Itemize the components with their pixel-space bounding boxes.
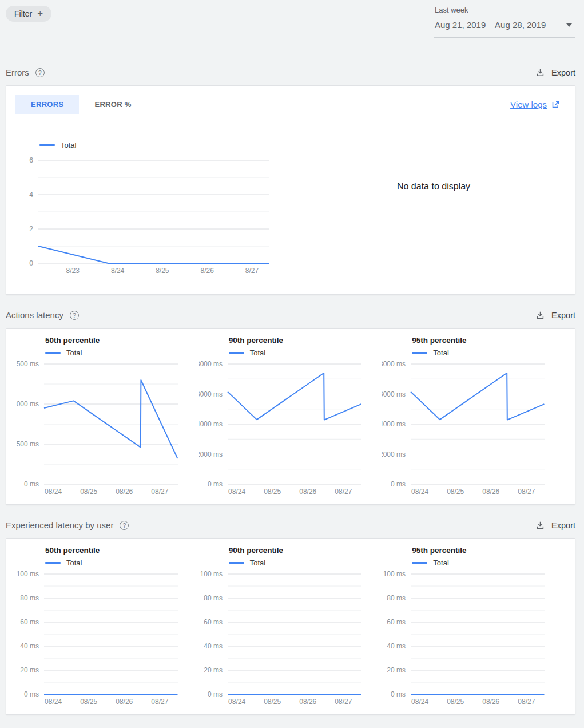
export-label: Export (551, 521, 575, 530)
top-bar: Filter + Last week Aug 21, 2019 – Aug 28… (6, 6, 575, 38)
chart-title: 95th percentile (412, 336, 566, 345)
svg-text:08/26: 08/26 (483, 698, 500, 706)
export-label: Export (551, 68, 575, 77)
plus-icon: + (37, 10, 43, 18)
legend-line-icon (39, 144, 55, 146)
svg-text:08/25: 08/25 (447, 698, 464, 706)
svg-text:08/26: 08/26 (116, 488, 133, 496)
actions-latency-chart-grid: 50th percentile Total 0 ms500 ms1000 ms1… (6, 329, 575, 504)
svg-text:08/26: 08/26 (299, 488, 316, 496)
svg-text:4000 ms: 4000 ms (382, 420, 406, 428)
errors-chart-block: Total 02468/238/248/258/268/27 (15, 114, 301, 285)
legend-label: Total (61, 141, 76, 149)
svg-text:100 ms: 100 ms (383, 570, 406, 578)
actions-latency-card: 50th percentile Total 0 ms500 ms1000 ms1… (6, 328, 575, 505)
actions-latency-title: Actions latency (6, 310, 63, 320)
svg-text:0: 0 (29, 259, 33, 267)
line-chart: 0 ms20 ms40 ms60 ms80 ms100 ms08/2408/25… (382, 568, 563, 709)
svg-text:1000 ms: 1000 ms (15, 400, 39, 408)
download-icon (535, 310, 545, 320)
chart-legend: Total (412, 349, 566, 357)
date-range-select[interactable]: Aug 21, 2019 – Aug 28, 2019 (434, 14, 575, 38)
svg-text:80 ms: 80 ms (204, 594, 223, 602)
svg-text:0 ms: 0 ms (391, 480, 406, 488)
experienced-latency-chart-grid: 50th percentile Total 0 ms20 ms40 ms60 m… (6, 539, 575, 714)
svg-text:08/25: 08/25 (80, 488, 97, 496)
svg-text:8/27: 8/27 (245, 267, 259, 275)
external-link-icon (551, 100, 560, 109)
svg-text:60 ms: 60 ms (387, 618, 406, 626)
actions-latency-p90-chart: 90th percentile Total 0 ms2000 ms4000 ms… (199, 336, 383, 501)
line-chart: 0 ms2000 ms4000 ms6000 ms8000 ms08/2408/… (199, 358, 380, 499)
chart-title: 95th percentile (412, 546, 566, 555)
svg-text:8000 ms: 8000 ms (382, 360, 406, 368)
errors-tabs-row: ERRORS ERROR % View logs (15, 95, 566, 114)
date-range-value: Aug 21, 2019 – Aug 28, 2019 (435, 20, 546, 30)
svg-text:6000 ms: 6000 ms (382, 390, 406, 398)
line-chart: 0 ms500 ms1000 ms1500 ms08/2408/2508/260… (15, 358, 196, 499)
svg-text:6000 ms: 6000 ms (199, 390, 223, 398)
svg-text:40 ms: 40 ms (387, 642, 406, 650)
svg-text:8/23: 8/23 (66, 267, 80, 275)
svg-text:2000 ms: 2000 ms (199, 450, 223, 458)
help-icon[interactable]: ? (120, 521, 129, 530)
chart-title: 90th percentile (229, 546, 383, 555)
legend-line-icon (412, 562, 427, 564)
help-icon[interactable]: ? (70, 311, 79, 320)
help-icon[interactable]: ? (35, 68, 45, 77)
svg-text:8000 ms: 8000 ms (199, 360, 223, 368)
svg-text:08/24: 08/24 (411, 488, 428, 496)
line-chart: 0 ms2000 ms4000 ms6000 ms8000 ms08/2408/… (382, 358, 563, 499)
errors-export-button[interactable]: Export (535, 68, 575, 77)
svg-text:8/24: 8/24 (111, 267, 125, 275)
line-chart: 0 ms20 ms40 ms60 ms80 ms100 ms08/2408/25… (15, 568, 196, 709)
svg-text:40 ms: 40 ms (204, 642, 223, 650)
svg-text:4: 4 (29, 191, 33, 199)
svg-text:40 ms: 40 ms (20, 642, 39, 650)
errors-tabs: ERRORS ERROR % (15, 95, 147, 114)
svg-text:0 ms: 0 ms (391, 690, 406, 698)
experienced-latency-section-header: Experienced latency by user ? Export (6, 520, 575, 530)
experienced-latency-title: Experienced latency by user (6, 520, 113, 530)
chart-legend: Total (39, 141, 301, 149)
svg-text:08/24: 08/24 (45, 698, 62, 706)
svg-text:0 ms: 0 ms (208, 480, 223, 488)
svg-text:08/25: 08/25 (447, 488, 464, 496)
export-label: Export (551, 311, 575, 320)
svg-text:08/24: 08/24 (45, 488, 62, 496)
chart-title: 90th percentile (229, 336, 383, 345)
svg-text:08/27: 08/27 (151, 698, 168, 706)
svg-text:100 ms: 100 ms (17, 570, 39, 578)
svg-text:08/24: 08/24 (411, 698, 428, 706)
errors-section-header: Errors ? Export (6, 68, 575, 77)
svg-text:08/24: 08/24 (228, 698, 245, 706)
chart-legend: Total (229, 559, 383, 567)
svg-text:20 ms: 20 ms (20, 666, 39, 674)
svg-text:08/24: 08/24 (228, 488, 245, 496)
tab-error-percent[interactable]: ERROR % (79, 95, 146, 114)
legend-label: Total (250, 349, 265, 357)
actions-latency-export-button[interactable]: Export (535, 310, 575, 320)
svg-text:8/26: 8/26 (200, 267, 214, 275)
date-range-block: Last week Aug 21, 2019 – Aug 28, 2019 (434, 6, 575, 38)
download-icon (535, 520, 545, 530)
filter-button[interactable]: Filter + (6, 6, 51, 22)
svg-text:08/25: 08/25 (80, 698, 97, 706)
errors-card-body: Total 02468/238/248/258/268/27 No data t… (15, 114, 566, 285)
tab-errors[interactable]: ERRORS (15, 95, 79, 114)
legend-label: Total (433, 349, 448, 357)
legend-line-icon (45, 352, 61, 354)
svg-text:80 ms: 80 ms (387, 594, 406, 602)
svg-text:08/27: 08/27 (518, 488, 535, 496)
caret-down-icon (566, 23, 572, 27)
svg-text:08/26: 08/26 (116, 698, 133, 706)
legend-line-icon (229, 352, 244, 354)
actions-latency-p50-chart: 50th percentile Total 0 ms500 ms1000 ms1… (15, 336, 199, 501)
svg-text:08/27: 08/27 (151, 488, 168, 496)
svg-text:08/25: 08/25 (264, 698, 281, 706)
svg-text:08/27: 08/27 (335, 698, 352, 706)
experienced-latency-export-button[interactable]: Export (535, 520, 575, 530)
actions-latency-section-header: Actions latency ? Export (6, 310, 575, 320)
view-logs-link[interactable]: View logs (510, 100, 560, 109)
errors-line-chart: 02468/238/248/258/268/27 (15, 155, 284, 283)
